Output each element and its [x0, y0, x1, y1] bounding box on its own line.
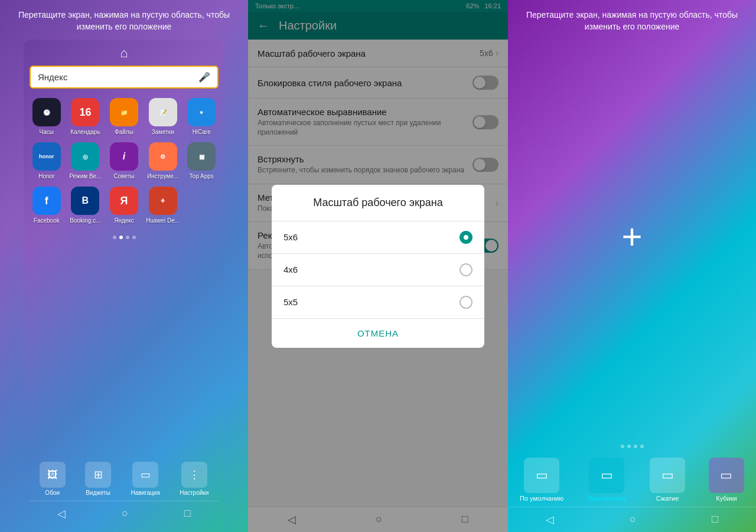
app-files[interactable]: 📁 Файлы — [107, 98, 141, 135]
right-dot-1 — [621, 445, 624, 448]
effect-compress-icon: ▭ — [650, 458, 685, 493]
app-grid-row3: f Facebook B Booking.c... Я Яндекс ⚘ Hua… — [30, 187, 219, 224]
dialog-option-5x6[interactable]: 5x6 — [272, 221, 484, 254]
right-bottom-bar: ▭ По умолчанию ▭ Перспектива ▭ Сжатие ▭ … — [508, 453, 756, 507]
topapps-icon: ▦ — [187, 142, 216, 171]
app-hicare-label: HiCare — [193, 129, 211, 135]
app-clock[interactable]: 🕐 Часы — [30, 98, 64, 135]
effect-default-label: По умолчанию — [520, 495, 563, 502]
honor-icon: honor — [32, 142, 61, 171]
right-dot-4 — [640, 445, 644, 448]
app-mode-label: Режим Ве... — [69, 173, 101, 179]
app-clock-label: Часы — [40, 129, 54, 135]
bottom-bar: 🖼 Обои ⊞ Виджеты ▭ Навигация ⋮ Настройки — [30, 457, 219, 501]
wallpaper-button[interactable]: 🖼 Обои — [40, 462, 66, 496]
app-notes-label: Заметки — [151, 129, 174, 135]
back-nav-btn[interactable]: ◁ — [57, 507, 66, 520]
effect-perspective-button[interactable]: ▭ Перспектива — [587, 458, 626, 502]
radio-5x5[interactable] — [460, 296, 472, 309]
app-hicare[interactable]: ♥ HiCare — [184, 98, 219, 135]
app-grid-row1: 🕐 Часы 16 Календарь 📁 Файлы 📝 Заметки ♥ … — [30, 98, 219, 135]
scale-dialog: Масштаб рабочего экрана 5x6 4x6 5x5 ОТМЕ… — [272, 185, 484, 348]
calendar-icon: 16 — [71, 98, 99, 126]
widgets-button[interactable]: ⊞ Виджеты — [85, 462, 111, 496]
app-files-label: Файлы — [115, 129, 133, 135]
right-dot-3 — [634, 445, 637, 448]
facebook-icon: f — [32, 187, 61, 215]
widgets-label: Виджеты — [86, 489, 110, 496]
app-yandex-label: Яндекс — [114, 217, 134, 224]
left-panel: Перетащите экран, нажимая на пустую обла… — [0, 0, 248, 532]
app-tools-label: Инструме... — [147, 173, 178, 179]
tools-icon: ⚙ — [149, 142, 177, 171]
app-topapps-label: Top Apps — [190, 173, 214, 179]
files-icon: 📁 — [110, 98, 138, 126]
settings-shortcut-icon: ⋮ — [181, 462, 207, 488]
middle-panel: Только экстр... 62% 16:21 ← Настройки Ма… — [248, 0, 508, 532]
app-notes[interactable]: 📝 Заметки — [146, 98, 180, 135]
home-nav-btn[interactable]: ○ — [122, 507, 128, 520]
app-calendar[interactable]: 16 Календарь — [69, 98, 103, 135]
dialog-cancel-button[interactable]: ОТМЕНА — [272, 319, 484, 348]
recent-nav-btn[interactable]: □ — [184, 507, 191, 520]
clock-icon: 🕐 — [32, 98, 61, 126]
app-facebook[interactable]: f Facebook — [30, 187, 64, 224]
booking-icon: B — [71, 187, 99, 215]
page-dots — [30, 236, 219, 239]
right-back-btn[interactable]: ◁ — [546, 513, 554, 526]
home-icon: ⌂ — [30, 45, 219, 61]
dialog-option-4x6[interactable]: 4x6 — [272, 254, 484, 286]
dialog-option-5x6-label: 5x6 — [284, 232, 298, 242]
app-tips-label: Советы — [114, 173, 135, 179]
navigation-icon: ▭ — [132, 462, 158, 488]
right-dot-2 — [627, 445, 631, 448]
app-tips[interactable]: i Советы — [107, 142, 141, 179]
effect-cubes-button[interactable]: ▭ Кубики — [709, 458, 744, 502]
effect-compress-button[interactable]: ▭ Сжатие — [650, 458, 685, 502]
app-empty — [184, 187, 219, 224]
effect-cubes-icon: ▭ — [709, 458, 744, 493]
left-nav-bar: ◁ ○ □ — [30, 501, 219, 526]
effect-cubes-label: Кубики — [716, 495, 737, 502]
tips-icon: i — [110, 142, 138, 171]
wallpaper-icon: 🖼 — [40, 462, 66, 488]
left-hint-text: Перетащите экран, нажимая на пустую обла… — [0, 9, 248, 32]
dialog-option-5x5-label: 5x5 — [284, 297, 298, 307]
app-yandex[interactable]: Я Яндекс — [107, 187, 141, 224]
app-calendar-label: Календарь — [70, 129, 100, 135]
dot-3 — [126, 236, 129, 239]
mic-icon: 🎤 — [198, 71, 210, 83]
add-screen-button[interactable]: + — [621, 216, 642, 257]
app-honor[interactable]: honor Honor — [30, 142, 64, 179]
dot-1 — [113, 236, 116, 239]
yandex-icon: Я — [110, 187, 138, 215]
app-huawei[interactable]: ⚘ Huawei De... — [146, 187, 180, 224]
right-content-area: + — [508, 32, 756, 440]
effect-compress-label: Сжатие — [656, 495, 679, 502]
navigation-button[interactable]: ▭ Навигация — [131, 462, 159, 496]
hicare-icon: ♥ — [187, 98, 216, 126]
app-tools[interactable]: ⚙ Инструме... — [146, 142, 180, 179]
wallpaper-label: Обои — [45, 489, 60, 496]
right-recent-btn[interactable]: □ — [712, 513, 718, 526]
right-nav-bar: ◁ ○ □ — [508, 507, 756, 532]
dialog-option-5x5[interactable]: 5x5 — [272, 286, 484, 319]
app-topapps[interactable]: ▦ Top Apps — [184, 142, 219, 179]
radio-4x6[interactable] — [460, 263, 472, 276]
app-mode[interactable]: ◎ Режим Ве... — [69, 142, 103, 179]
dialog-title: Масштаб рабочего экрана — [272, 185, 484, 221]
dot-2 — [119, 236, 123, 239]
settings-shortcut-button[interactable]: ⋮ Настройки — [180, 462, 208, 496]
radio-5x6[interactable] — [460, 231, 472, 244]
dot-4 — [132, 236, 136, 239]
search-bar[interactable]: Яндекс 🎤 — [30, 66, 219, 89]
search-text[interactable]: Яндекс — [38, 72, 67, 82]
widgets-icon: ⊞ — [85, 462, 111, 488]
dialog-overlay[interactable]: Масштаб рабочего экрана 5x6 4x6 5x5 ОТМЕ… — [248, 0, 508, 532]
right-home-btn[interactable]: ○ — [630, 513, 636, 526]
effect-default-button[interactable]: ▭ По умолчанию — [520, 458, 563, 502]
notes-icon: 📝 — [149, 98, 177, 126]
app-booking[interactable]: B Booking.c... — [69, 187, 103, 224]
app-grid-row2: honor Honor ◎ Режим Ве... i Советы ⚙ Инс… — [30, 142, 219, 179]
left-phone-screen: ⌂ Яндекс 🎤 🕐 Часы 16 Календарь 📁 Файлы 📝… — [24, 40, 224, 532]
